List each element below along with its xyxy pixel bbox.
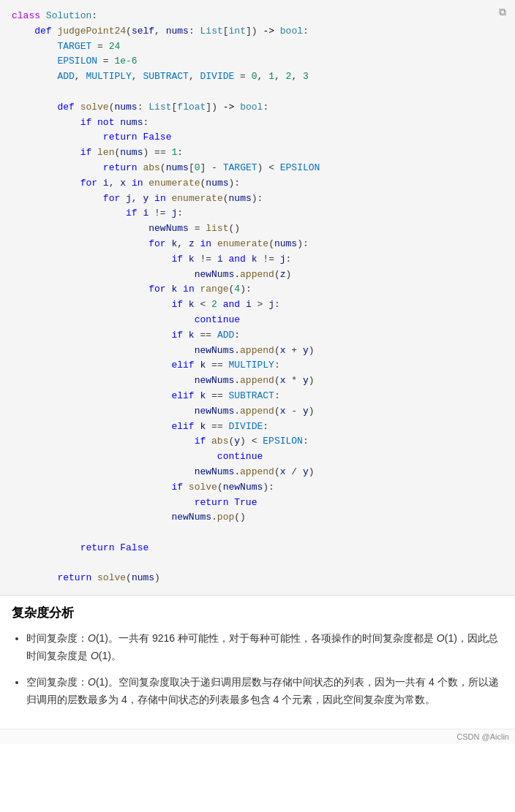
time-complexity-text: 时间复杂度：O(1)。一共有 9216 种可能性，对于每种可能性，各项操作的时间… (26, 632, 498, 661)
footer-source: CSDN @Aiclin (456, 732, 509, 741)
code-block: ⧉ class Solution: def judgePoint24(self,… (0, 0, 515, 596)
space-complexity-text: 空间复杂度：O(1)。空间复杂度取决于递归调用层数与存储中间状态的列表，因为一共… (26, 676, 499, 705)
section-title: 复杂度分析 (12, 604, 503, 621)
list-item: 时间复杂度：O(1)。一共有 9216 种可能性，对于每种可能性，各项操作的时间… (26, 630, 503, 665)
code-content: class Solution: def judgePoint24(self, n… (12, 9, 503, 586)
complexity-list: 时间复杂度：O(1)。一共有 9216 种可能性，对于每种可能性，各项操作的时间… (12, 630, 503, 708)
content-area: 复杂度分析 时间复杂度：O(1)。一共有 9216 种可能性，对于每种可能性，各… (0, 596, 515, 729)
copy-icon[interactable]: ⧉ (499, 6, 506, 18)
list-item: 空间复杂度：O(1)。空间复杂度取决于递归调用层数与存储中间状态的列表，因为一共… (26, 674, 503, 709)
footer-bar: CSDN @Aiclin (0, 729, 515, 744)
